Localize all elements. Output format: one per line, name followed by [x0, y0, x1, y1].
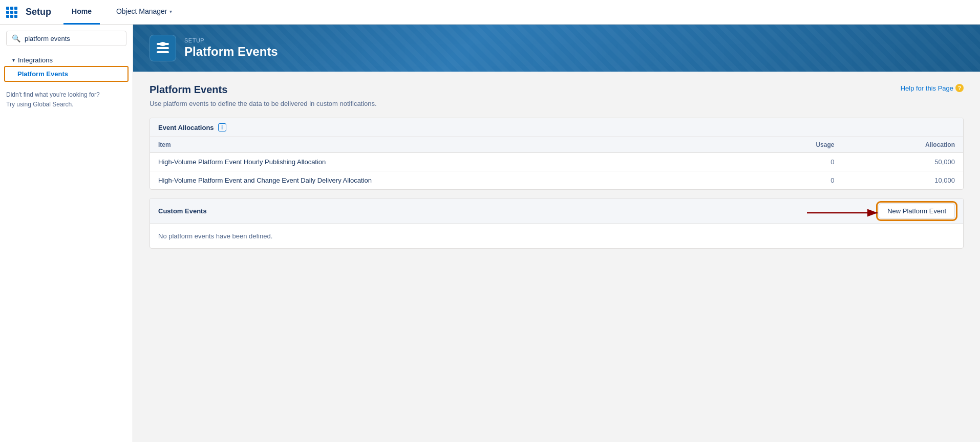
- no-events-message: No platform events have been defined.: [150, 224, 963, 248]
- col-allocation: Allocation: [842, 137, 963, 153]
- sidebar-not-found: Didn't find what you're looking for? Try…: [0, 82, 133, 118]
- app-launcher-icon[interactable]: [6, 7, 17, 18]
- header-icon: [150, 35, 176, 61]
- page-header: SETUP Platform Events: [133, 25, 980, 72]
- arrow-annotation: [797, 203, 889, 223]
- row1-allocation: 50,000: [842, 153, 963, 171]
- home-tab[interactable]: Home: [63, 0, 100, 25]
- help-icon: ?: [955, 84, 964, 92]
- info-icon[interactable]: i: [218, 123, 226, 131]
- top-nav: Setup Home Object Manager ▾: [0, 0, 980, 25]
- custom-events-header: Custom Events New Platform Event: [150, 198, 963, 224]
- header-title: Platform Events: [184, 45, 278, 59]
- page-description: Use platform events to define the data t…: [150, 100, 964, 107]
- new-platform-event-button[interactable]: New Platform Event: [879, 204, 955, 218]
- svg-rect-2: [157, 51, 169, 53]
- object-manager-tab[interactable]: Object Manager ▾: [108, 0, 180, 25]
- custom-events-card: Custom Events New Platform Event: [150, 198, 964, 249]
- row1-usage: 0: [752, 153, 843, 171]
- chevron-down-icon: ▾: [169, 9, 172, 14]
- header-text: SETUP Platform Events: [184, 37, 278, 59]
- main-content: Platform Events Help for this Page ? Use…: [133, 72, 980, 269]
- sidebar: 🔍 ▾ Integrations Platform Events Didn't …: [0, 25, 133, 442]
- chevron-icon: ▾: [12, 57, 15, 63]
- table-row: High-Volume Platform Event and Change Ev…: [150, 171, 963, 190]
- svg-rect-0: [157, 43, 169, 45]
- sidebar-section-integrations[interactable]: ▾ Integrations: [0, 54, 133, 66]
- row2-item: High-Volume Platform Event and Change Ev…: [150, 171, 752, 190]
- search-box: 🔍: [6, 31, 126, 46]
- table-row: High-Volume Platform Event Hourly Publis…: [150, 153, 963, 171]
- sidebar-item-platform-events[interactable]: Platform Events: [4, 66, 129, 82]
- row2-allocation: 10,000: [842, 171, 963, 190]
- search-icon: 🔍: [12, 34, 20, 42]
- search-input[interactable]: [25, 35, 121, 42]
- event-allocations-title: Event Allocations: [158, 124, 214, 131]
- event-allocations-header: Event Allocations i: [150, 118, 963, 137]
- page-title-row: Platform Events Help for this Page ?: [150, 84, 964, 96]
- allocation-table: Item Usage Allocation High-Volume Platfo…: [150, 137, 963, 189]
- col-usage: Usage: [752, 137, 843, 153]
- content-area: SETUP Platform Events Platform Events He…: [133, 25, 980, 442]
- row2-usage: 0: [752, 171, 843, 190]
- event-allocations-card: Event Allocations i Item Usage Allocatio…: [150, 118, 964, 190]
- page-main-title: Platform Events: [150, 84, 227, 96]
- help-link[interactable]: Help for this Page ?: [901, 84, 964, 92]
- app-title: Setup: [26, 7, 51, 17]
- new-platform-event-wrapper: New Platform Event: [879, 204, 955, 218]
- custom-events-title: Custom Events: [158, 207, 207, 215]
- sidebar-section-label: Integrations: [18, 56, 53, 64]
- svg-rect-1: [157, 47, 169, 49]
- setup-label: SETUP: [184, 37, 278, 43]
- main-layout: 🔍 ▾ Integrations Platform Events Didn't …: [0, 25, 980, 442]
- row1-item: High-Volume Platform Event Hourly Publis…: [150, 153, 752, 171]
- col-item: Item: [150, 137, 752, 153]
